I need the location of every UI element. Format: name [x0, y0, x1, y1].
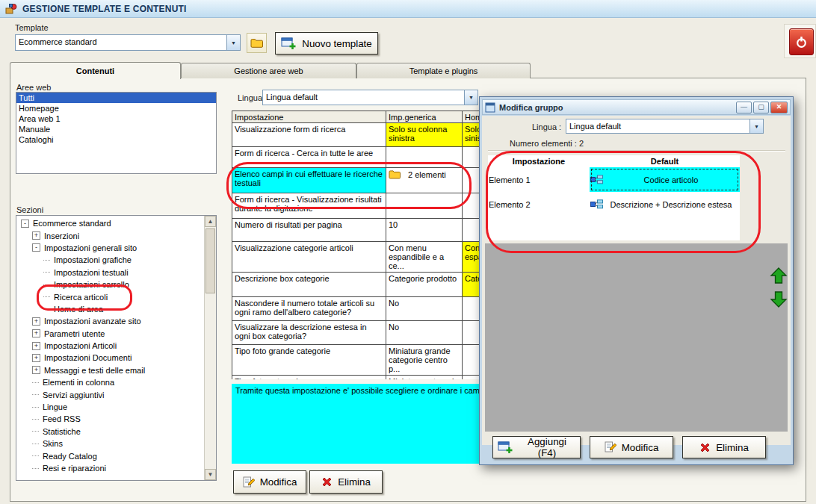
- scroll-up-button[interactable]: ▲: [205, 216, 216, 227]
- tree-item[interactable]: Impostazioni testuali: [16, 267, 204, 279]
- minimize-button[interactable]: —: [736, 102, 752, 113]
- tab-gestione-aree-web[interactable]: Gestione aree web: [181, 63, 356, 78]
- expand-icon[interactable]: +: [32, 317, 40, 326]
- expand-icon[interactable]: +: [32, 354, 40, 362]
- list-item[interactable]: Manuale: [16, 124, 216, 134]
- tree-item[interactable]: Home di area: [16, 303, 204, 315]
- tree-item[interactable]: Statistiche: [16, 426, 204, 438]
- tree-item[interactable]: +Impostazioni Documenti: [16, 352, 204, 364]
- setting-home-cell[interactable]: [463, 193, 480, 219]
- list-item[interactable]: Tutti: [16, 93, 216, 103]
- element-row[interactable]: Elemento 1Codice articolo: [488, 167, 740, 192]
- element-default-cell[interactable]: Descrizione + Descrizione estesa: [590, 192, 740, 217]
- chevron-down-icon[interactable]: ▼: [226, 35, 240, 50]
- list-item[interactable]: Area web 1: [16, 113, 216, 124]
- open-template-folder-button[interactable]: [247, 33, 267, 53]
- tree-item[interactable]: Ready Catalog: [16, 449, 204, 461]
- settings-row[interactable]: Numero di risultati per pagina10: [232, 219, 480, 242]
- tree-item[interactable]: +Impostazioni avanzate sito: [16, 315, 204, 327]
- aggiungi-button[interactable]: Aggiungi (F4): [492, 436, 581, 458]
- setting-generic-cell[interactable]: 10: [386, 219, 463, 242]
- settings-row[interactable]: Tipo foto categorieMiniatura categorie: [232, 376, 480, 380]
- setting-home-cell[interactable]: [463, 297, 480, 321]
- settings-row[interactable]: Nascondere il numero totale articoli su …: [232, 297, 480, 321]
- tree-item[interactable]: Ricerca articoli: [16, 290, 204, 302]
- tree-item[interactable]: Skins: [16, 438, 204, 449]
- setting-generic-cell[interactable]: Solo su colonna sinistra: [386, 123, 463, 147]
- collapse-icon[interactable]: -: [21, 220, 29, 228]
- tree-item[interactable]: -Ecommerce standard: [16, 217, 204, 229]
- setting-home-cell[interactable]: [463, 219, 480, 242]
- setting-generic-cell[interactable]: Miniatura grande categorie centro p...: [386, 345, 463, 376]
- setting-home-cell[interactable]: Solo sinis: [463, 123, 480, 147]
- setting-generic-cell[interactable]: Categorie prodotto: [386, 273, 463, 297]
- setting-home-cell[interactable]: [463, 321, 480, 345]
- setting-name-cell[interactable]: Form di ricerca - Visualizzazione risult…: [232, 193, 386, 219]
- tree-item[interactable]: +Parametri utente: [16, 328, 204, 340]
- tree-item[interactable]: Impostazioni carrello: [16, 279, 204, 290]
- scroll-down-button[interactable]: ▼: [205, 469, 216, 480]
- template-combobox[interactable]: Ecommerce standard ▼: [15, 34, 241, 51]
- close-button[interactable]: ✕: [770, 102, 788, 113]
- setting-name-cell[interactable]: Tipo foto grande categorie: [232, 345, 386, 376]
- setting-generic-cell[interactable]: 2 elementi: [386, 168, 463, 193]
- scroll-thumb[interactable]: [205, 228, 215, 293]
- setting-name-cell[interactable]: Elenco campi in cui effettuare le ricerc…: [232, 168, 386, 193]
- tree-item[interactable]: Elementi in colonna: [16, 376, 204, 388]
- expand-icon[interactable]: +: [32, 231, 40, 240]
- settings-row[interactable]: Tipo foto grande categorieMiniatura gran…: [232, 345, 480, 376]
- element-name-cell[interactable]: Elemento 2: [488, 192, 590, 217]
- tab-contenuti[interactable]: Contenuti: [10, 62, 181, 79]
- settings-row[interactable]: Form di ricerca - Cerca in tutte le aree: [232, 147, 480, 168]
- tree-item[interactable]: Lingue: [16, 401, 204, 413]
- element-default-cell[interactable]: Codice articolo: [590, 167, 740, 192]
- sezioni-tree[interactable]: -Ecommerce standard+Inserzioni-Impostazi…: [16, 217, 204, 480]
- expand-icon[interactable]: +: [32, 366, 40, 374]
- list-item[interactable]: Cataloghi: [16, 134, 216, 145]
- setting-home-cell[interactable]: [463, 168, 480, 193]
- dialog-modifica-button[interactable]: Modifica: [590, 436, 673, 458]
- chevron-down-icon[interactable]: ▼: [749, 119, 763, 133]
- tree-item[interactable]: Feed RSS: [16, 413, 204, 425]
- dialog-titlebar[interactable]: Modifica gruppo — ▢ ✕: [482, 99, 791, 115]
- element-name-cell[interactable]: Elemento 1: [488, 167, 590, 192]
- tab-template-e-plugins[interactable]: Template e plugins: [356, 63, 531, 78]
- setting-name-cell[interactable]: Visualizzazione categorie articoli: [232, 242, 386, 273]
- maximize-button[interactable]: ▢: [753, 102, 769, 113]
- setting-name-cell[interactable]: Visualizzare la descrizione estesa in og…: [232, 321, 386, 345]
- move-down-button[interactable]: [769, 290, 788, 309]
- aree-web-list[interactable]: TuttiHomepageArea web 1ManualeCataloghi: [16, 92, 217, 174]
- settings-row[interactable]: Visualizzazione form di ricercaSolo su c…: [232, 123, 480, 147]
- setting-name-cell[interactable]: Numero di risultati per pagina: [232, 219, 386, 242]
- chevron-down-icon[interactable]: ▼: [464, 90, 477, 105]
- list-item[interactable]: Homepage: [16, 103, 216, 113]
- setting-generic-cell[interactable]: Miniatura categorie: [386, 376, 463, 380]
- elimina-button[interactable]: Elimina: [309, 470, 383, 494]
- element-row[interactable]: Elemento 2Descrizione + Descrizione este…: [488, 192, 740, 217]
- tree-item[interactable]: +Messaggi e testi delle email: [16, 364, 204, 376]
- settings-row[interactable]: Elenco campi in cui effettuare le ricerc…: [232, 168, 480, 193]
- dialog-elimina-button[interactable]: Elimina: [682, 436, 766, 458]
- tree-item[interactable]: Impostazioni grafiche: [16, 254, 204, 266]
- setting-home-cell[interactable]: Cate: [463, 273, 480, 297]
- setting-name-cell[interactable]: Visualizzazione form di ricerca: [232, 123, 386, 147]
- settings-row[interactable]: Visualizzare la descrizione estesa in og…: [232, 321, 480, 345]
- exit-button[interactable]: [789, 28, 814, 55]
- tree-item[interactable]: -Impostazioni generali sito: [16, 242, 204, 254]
- setting-home-cell[interactable]: [463, 376, 480, 380]
- setting-generic-cell[interactable]: No: [386, 321, 463, 345]
- setting-home-cell[interactable]: Con espa: [463, 242, 480, 273]
- tree-item[interactable]: Resi e riparazioni: [16, 462, 204, 474]
- expand-icon[interactable]: +: [32, 329, 40, 337]
- setting-home-cell[interactable]: [463, 345, 480, 376]
- setting-generic-cell[interactable]: No: [386, 297, 463, 321]
- tree-scrollbar[interactable]: ▲ ▼: [204, 216, 216, 480]
- setting-name-cell[interactable]: Descrizione box categorie: [232, 273, 386, 297]
- lingua-combobox[interactable]: Lingua default ▼: [262, 90, 478, 105]
- setting-name-cell[interactable]: Form di ricerca - Cerca in tutte le aree: [232, 147, 386, 168]
- setting-home-cell[interactable]: [463, 147, 480, 168]
- setting-generic-cell[interactable]: [386, 147, 463, 168]
- setting-name-cell[interactable]: Nascondere il numero totale articoli su …: [232, 297, 386, 321]
- tree-item[interactable]: +Inserzioni: [16, 229, 204, 241]
- setting-generic-cell[interactable]: [386, 193, 463, 219]
